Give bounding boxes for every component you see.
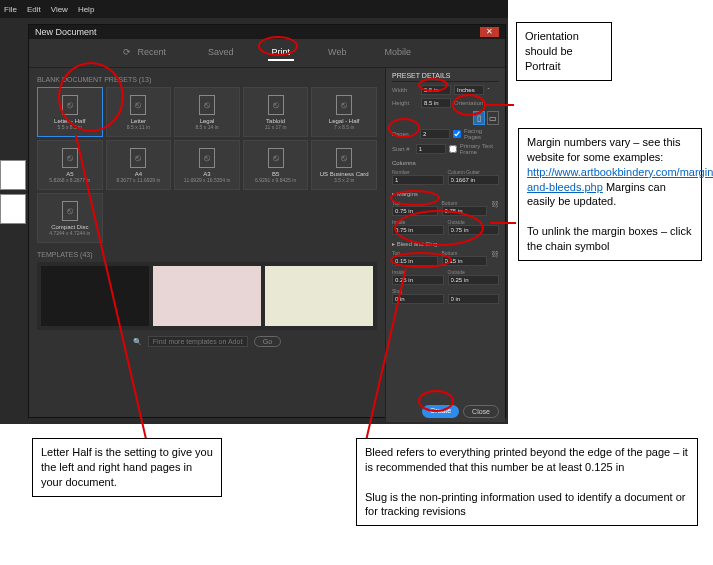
ptf-label: Primary Text Frame — [460, 143, 499, 155]
annotation-letterhalf: Letter Half is the setting to give you t… — [32, 438, 222, 497]
m-bottom-field[interactable] — [442, 206, 488, 216]
page-fold-icon: ⎋ — [62, 95, 78, 115]
dialog-title: New Document — [35, 27, 97, 37]
preset-compact-disc[interactable]: ⎋Compact Disc4.7244 x 4.7244 in — [37, 193, 103, 243]
orientation-landscape-icon[interactable]: ▭ — [487, 111, 499, 125]
b-bottom-field[interactable] — [442, 256, 488, 266]
tab-recent[interactable]: ⟳ Recent — [119, 45, 174, 61]
presets-panel: BLANK DOCUMENT PRESETS (13) ⎋Letter - Ha… — [29, 68, 385, 422]
annotation-bleed-slug: Bleed refers to everything printed beyon… — [356, 438, 698, 526]
preset-dims: 11.6929 x 16.5354 in — [184, 177, 231, 183]
page-fold-icon: ⎋ — [336, 95, 352, 115]
thumb[interactable] — [0, 194, 26, 224]
preset-dims: 5.8268 x 8.2677 in — [49, 177, 90, 183]
col-number-field[interactable] — [392, 175, 444, 185]
height-field[interactable] — [421, 98, 451, 108]
menu-edit[interactable]: Edit — [27, 5, 41, 14]
margins-heading[interactable]: ▸ Margins — [392, 190, 499, 197]
b-in-field[interactable] — [392, 275, 444, 285]
page-fold-icon: ⎋ — [199, 148, 215, 168]
new-document-dialog: New Document ✕ ⟳ Recent Saved Print Web … — [28, 24, 506, 418]
primary-text-frame-checkbox[interactable] — [449, 145, 457, 153]
link-margins-icon[interactable]: ⛓ — [491, 200, 499, 216]
height-label: Height — [392, 100, 418, 106]
presets-heading: BLANK DOCUMENT PRESETS (13) — [37, 76, 377, 83]
menu-help[interactable]: Help — [78, 5, 94, 14]
pages-field[interactable] — [420, 129, 450, 139]
anno-text: Slug is the non-printing information use… — [365, 491, 685, 518]
page-fold-icon: ⎋ — [199, 95, 215, 115]
preset-dims: 4.7244 x 4.7244 in — [49, 230, 90, 236]
anno-text: To unlink the margin boxes – click the c… — [527, 225, 691, 252]
page-fold-icon: ⎋ — [62, 201, 78, 221]
b-out-field[interactable] — [448, 275, 500, 285]
preset-b5[interactable]: ⎋B56.9291 x 9.8425 in — [243, 140, 309, 190]
preset-dims: 11 x 17 in — [265, 124, 287, 130]
anno-text: Margin numbers vary – see this website f… — [527, 136, 680, 163]
thumb[interactable] — [0, 160, 26, 190]
category-tabs: ⟳ Recent Saved Print Web Mobile — [29, 39, 505, 68]
preset-dims: 8.5 x 11 in — [127, 124, 150, 130]
menu-view[interactable]: View — [51, 5, 68, 14]
annotation-margins: Margin numbers vary – see this website f… — [518, 128, 702, 261]
anno-text: Bleed refers to everything printed beyon… — [365, 446, 688, 473]
startnum-field[interactable] — [416, 144, 446, 154]
bleed-slug-heading[interactable]: ▸ Bleed and Slug — [392, 240, 499, 247]
preset-letter-half[interactable]: ⎋Letter - Half5.5 x 8.5 in — [37, 87, 103, 137]
facing-pages-checkbox[interactable] — [453, 130, 461, 138]
preset-tabloid[interactable]: ⎋Tabloid11 x 17 in — [243, 87, 309, 137]
menu-file[interactable]: File — [4, 5, 17, 14]
close-button[interactable]: Close — [463, 405, 499, 418]
template-thumb[interactable] — [153, 266, 261, 326]
preset-dims: 3.5 x 2 in — [334, 177, 354, 183]
m-out-field[interactable] — [448, 225, 500, 235]
orientation-label: Orientation — [454, 100, 480, 106]
units-select[interactable] — [454, 85, 484, 95]
link-bleed-icon[interactable]: ⛓ — [491, 250, 499, 266]
tab-saved[interactable]: Saved — [204, 45, 238, 61]
template-search-input[interactable] — [148, 336, 248, 347]
width-label: Width — [392, 87, 418, 93]
page-fold-icon: ⎋ — [268, 95, 284, 115]
preset-letter[interactable]: ⎋Letter8.5 x 11 in — [106, 87, 172, 137]
go-button[interactable]: Go — [254, 336, 281, 347]
search-icon: 🔍 — [133, 338, 142, 346]
facing-pages-label: Facing Pages — [464, 128, 499, 140]
preset-dims: 8.2677 x 11.6929 in — [116, 177, 160, 183]
slug-top-field[interactable] — [392, 294, 444, 304]
slug-bottom-field[interactable] — [448, 294, 500, 304]
tab-print[interactable]: Print — [268, 45, 295, 61]
startnum-label: Start # — [392, 146, 413, 152]
preset-a4[interactable]: ⎋A48.2677 x 11.6929 in — [106, 140, 172, 190]
preset-us-business-card[interactable]: ⎋US Business Card3.5 x 2 in — [311, 140, 377, 190]
m-top-field[interactable] — [392, 206, 438, 216]
preset-a3[interactable]: ⎋A311.6929 x 16.5354 in — [174, 140, 240, 190]
m-in-field[interactable] — [392, 225, 444, 235]
orientation-portrait-icon[interactable]: ▯ — [473, 111, 485, 125]
preset-a5[interactable]: ⎋A55.8268 x 8.2677 in — [37, 140, 103, 190]
chevron-down-icon[interactable]: ˅ — [487, 87, 490, 94]
width-field[interactable] — [421, 85, 451, 95]
col-gutter-field[interactable] — [448, 175, 500, 185]
b-top-field[interactable] — [392, 256, 438, 266]
close-icon[interactable]: ✕ — [480, 27, 499, 37]
page-fold-icon: ⎋ — [62, 148, 78, 168]
templates-heading: TEMPLATES (43) — [37, 251, 377, 258]
page-fold-icon: ⎋ — [130, 148, 146, 168]
template-thumb[interactable] — [265, 266, 373, 326]
page-fold-icon: ⎋ — [130, 95, 146, 115]
page-fold-icon: ⎋ — [336, 148, 352, 168]
template-thumb[interactable] — [41, 266, 149, 326]
preset-legal-half[interactable]: ⎋Legal - Half7 x 8.5 in — [311, 87, 377, 137]
tab-mobile[interactable]: Mobile — [380, 45, 415, 61]
create-button[interactable]: Create — [422, 405, 459, 418]
preset-dims: 5.5 x 8.5 in — [58, 124, 82, 130]
columns-heading: Columns — [392, 160, 499, 166]
preset-dims: 6.9291 x 9.8425 in — [255, 177, 296, 183]
preset-dims: 8.5 x 14 in — [195, 124, 218, 130]
preset-details-panel: PRESET DETAILS Width ˅ Height Orientatio… — [385, 68, 505, 422]
dialog-titlebar: New Document ✕ — [29, 25, 505, 39]
preset-dims: 7 x 8.5 in — [334, 124, 354, 130]
preset-legal[interactable]: ⎋Legal8.5 x 14 in — [174, 87, 240, 137]
tab-web[interactable]: Web — [324, 45, 350, 61]
